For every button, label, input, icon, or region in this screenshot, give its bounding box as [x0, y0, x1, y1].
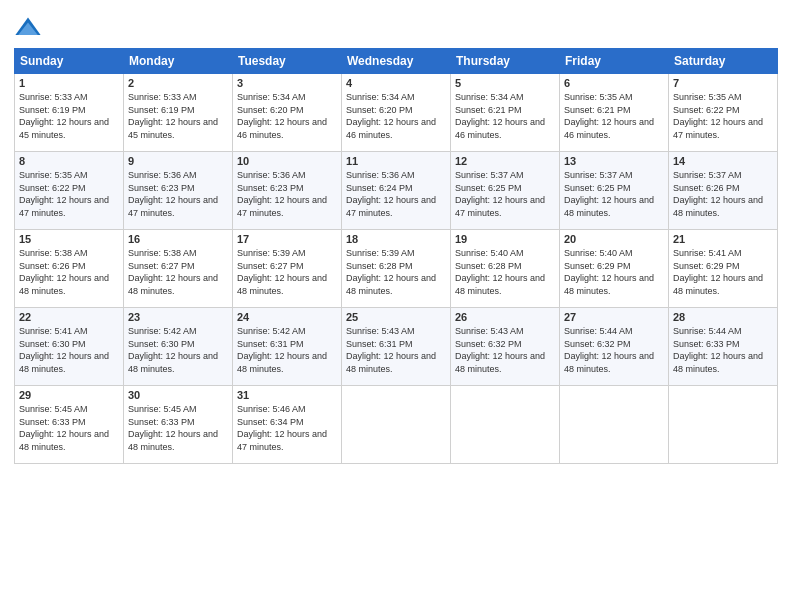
day-info: Sunrise: 5:36 AM Sunset: 6:23 PM Dayligh… [128, 169, 228, 219]
day-info: Sunrise: 5:33 AM Sunset: 6:19 PM Dayligh… [128, 91, 228, 141]
day-info: Sunrise: 5:36 AM Sunset: 6:24 PM Dayligh… [346, 169, 446, 219]
calendar-cell: 19Sunrise: 5:40 AM Sunset: 6:28 PM Dayli… [451, 230, 560, 308]
day-number: 17 [237, 233, 337, 245]
day-info: Sunrise: 5:37 AM Sunset: 6:25 PM Dayligh… [455, 169, 555, 219]
calendar-cell: 16Sunrise: 5:38 AM Sunset: 6:27 PM Dayli… [124, 230, 233, 308]
day-info: Sunrise: 5:42 AM Sunset: 6:31 PM Dayligh… [237, 325, 337, 375]
calendar-week-3: 15Sunrise: 5:38 AM Sunset: 6:26 PM Dayli… [15, 230, 778, 308]
calendar-week-5: 29Sunrise: 5:45 AM Sunset: 6:33 PM Dayli… [15, 386, 778, 464]
header-row: SundayMondayTuesdayWednesdayThursdayFrid… [15, 49, 778, 74]
calendar-cell: 15Sunrise: 5:38 AM Sunset: 6:26 PM Dayli… [15, 230, 124, 308]
calendar-cell: 21Sunrise: 5:41 AM Sunset: 6:29 PM Dayli… [669, 230, 778, 308]
calendar-cell: 5Sunrise: 5:34 AM Sunset: 6:21 PM Daylig… [451, 74, 560, 152]
calendar-cell: 12Sunrise: 5:37 AM Sunset: 6:25 PM Dayli… [451, 152, 560, 230]
calendar-cell: 29Sunrise: 5:45 AM Sunset: 6:33 PM Dayli… [15, 386, 124, 464]
day-info: Sunrise: 5:37 AM Sunset: 6:26 PM Dayligh… [673, 169, 773, 219]
calendar-cell: 6Sunrise: 5:35 AM Sunset: 6:21 PM Daylig… [560, 74, 669, 152]
calendar-cell [669, 386, 778, 464]
calendar-week-2: 8Sunrise: 5:35 AM Sunset: 6:22 PM Daylig… [15, 152, 778, 230]
calendar-cell: 11Sunrise: 5:36 AM Sunset: 6:24 PM Dayli… [342, 152, 451, 230]
calendar-cell: 24Sunrise: 5:42 AM Sunset: 6:31 PM Dayli… [233, 308, 342, 386]
day-header-tuesday: Tuesday [233, 49, 342, 74]
day-number: 5 [455, 77, 555, 89]
day-info: Sunrise: 5:34 AM Sunset: 6:20 PM Dayligh… [346, 91, 446, 141]
calendar-cell [342, 386, 451, 464]
day-info: Sunrise: 5:45 AM Sunset: 6:33 PM Dayligh… [19, 403, 119, 453]
day-info: Sunrise: 5:39 AM Sunset: 6:27 PM Dayligh… [237, 247, 337, 297]
day-number: 21 [673, 233, 773, 245]
day-header-saturday: Saturday [669, 49, 778, 74]
header [14, 10, 778, 42]
day-info: Sunrise: 5:42 AM Sunset: 6:30 PM Dayligh… [128, 325, 228, 375]
page: SundayMondayTuesdayWednesdayThursdayFrid… [0, 0, 792, 612]
calendar-cell: 13Sunrise: 5:37 AM Sunset: 6:25 PM Dayli… [560, 152, 669, 230]
day-number: 13 [564, 155, 664, 167]
day-number: 29 [19, 389, 119, 401]
day-header-friday: Friday [560, 49, 669, 74]
calendar-cell: 2Sunrise: 5:33 AM Sunset: 6:19 PM Daylig… [124, 74, 233, 152]
calendar-cell: 14Sunrise: 5:37 AM Sunset: 6:26 PM Dayli… [669, 152, 778, 230]
day-number: 12 [455, 155, 555, 167]
day-info: Sunrise: 5:41 AM Sunset: 6:30 PM Dayligh… [19, 325, 119, 375]
day-number: 8 [19, 155, 119, 167]
calendar-cell: 18Sunrise: 5:39 AM Sunset: 6:28 PM Dayli… [342, 230, 451, 308]
day-info: Sunrise: 5:44 AM Sunset: 6:33 PM Dayligh… [673, 325, 773, 375]
day-number: 18 [346, 233, 446, 245]
day-number: 10 [237, 155, 337, 167]
day-info: Sunrise: 5:40 AM Sunset: 6:29 PM Dayligh… [564, 247, 664, 297]
day-info: Sunrise: 5:43 AM Sunset: 6:32 PM Dayligh… [455, 325, 555, 375]
calendar-cell: 30Sunrise: 5:45 AM Sunset: 6:33 PM Dayli… [124, 386, 233, 464]
day-number: 30 [128, 389, 228, 401]
day-number: 16 [128, 233, 228, 245]
calendar-cell: 20Sunrise: 5:40 AM Sunset: 6:29 PM Dayli… [560, 230, 669, 308]
day-number: 14 [673, 155, 773, 167]
day-number: 2 [128, 77, 228, 89]
day-info: Sunrise: 5:33 AM Sunset: 6:19 PM Dayligh… [19, 91, 119, 141]
calendar-week-4: 22Sunrise: 5:41 AM Sunset: 6:30 PM Dayli… [15, 308, 778, 386]
calendar-cell: 9Sunrise: 5:36 AM Sunset: 6:23 PM Daylig… [124, 152, 233, 230]
day-info: Sunrise: 5:43 AM Sunset: 6:31 PM Dayligh… [346, 325, 446, 375]
day-number: 22 [19, 311, 119, 323]
day-header-thursday: Thursday [451, 49, 560, 74]
day-info: Sunrise: 5:38 AM Sunset: 6:26 PM Dayligh… [19, 247, 119, 297]
calendar-cell: 31Sunrise: 5:46 AM Sunset: 6:34 PM Dayli… [233, 386, 342, 464]
day-number: 26 [455, 311, 555, 323]
calendar-cell [451, 386, 560, 464]
day-number: 4 [346, 77, 446, 89]
day-number: 1 [19, 77, 119, 89]
day-number: 28 [673, 311, 773, 323]
calendar-week-1: 1Sunrise: 5:33 AM Sunset: 6:19 PM Daylig… [15, 74, 778, 152]
logo [14, 14, 46, 42]
day-info: Sunrise: 5:34 AM Sunset: 6:20 PM Dayligh… [237, 91, 337, 141]
day-info: Sunrise: 5:37 AM Sunset: 6:25 PM Dayligh… [564, 169, 664, 219]
day-number: 6 [564, 77, 664, 89]
day-info: Sunrise: 5:45 AM Sunset: 6:33 PM Dayligh… [128, 403, 228, 453]
day-number: 23 [128, 311, 228, 323]
day-info: Sunrise: 5:40 AM Sunset: 6:28 PM Dayligh… [455, 247, 555, 297]
day-number: 19 [455, 233, 555, 245]
day-number: 27 [564, 311, 664, 323]
day-info: Sunrise: 5:38 AM Sunset: 6:27 PM Dayligh… [128, 247, 228, 297]
day-number: 15 [19, 233, 119, 245]
day-info: Sunrise: 5:35 AM Sunset: 6:22 PM Dayligh… [19, 169, 119, 219]
calendar-cell: 23Sunrise: 5:42 AM Sunset: 6:30 PM Dayli… [124, 308, 233, 386]
day-number: 3 [237, 77, 337, 89]
day-number: 31 [237, 389, 337, 401]
day-info: Sunrise: 5:36 AM Sunset: 6:23 PM Dayligh… [237, 169, 337, 219]
day-number: 7 [673, 77, 773, 89]
day-header-wednesday: Wednesday [342, 49, 451, 74]
calendar-cell: 8Sunrise: 5:35 AM Sunset: 6:22 PM Daylig… [15, 152, 124, 230]
calendar-cell: 3Sunrise: 5:34 AM Sunset: 6:20 PM Daylig… [233, 74, 342, 152]
calendar-cell: 4Sunrise: 5:34 AM Sunset: 6:20 PM Daylig… [342, 74, 451, 152]
day-header-monday: Monday [124, 49, 233, 74]
calendar-cell [560, 386, 669, 464]
day-header-sunday: Sunday [15, 49, 124, 74]
day-info: Sunrise: 5:46 AM Sunset: 6:34 PM Dayligh… [237, 403, 337, 453]
calendar-cell: 28Sunrise: 5:44 AM Sunset: 6:33 PM Dayli… [669, 308, 778, 386]
day-number: 11 [346, 155, 446, 167]
day-info: Sunrise: 5:44 AM Sunset: 6:32 PM Dayligh… [564, 325, 664, 375]
calendar-cell: 26Sunrise: 5:43 AM Sunset: 6:32 PM Dayli… [451, 308, 560, 386]
calendar-cell: 25Sunrise: 5:43 AM Sunset: 6:31 PM Dayli… [342, 308, 451, 386]
day-info: Sunrise: 5:39 AM Sunset: 6:28 PM Dayligh… [346, 247, 446, 297]
logo-icon [14, 14, 42, 42]
